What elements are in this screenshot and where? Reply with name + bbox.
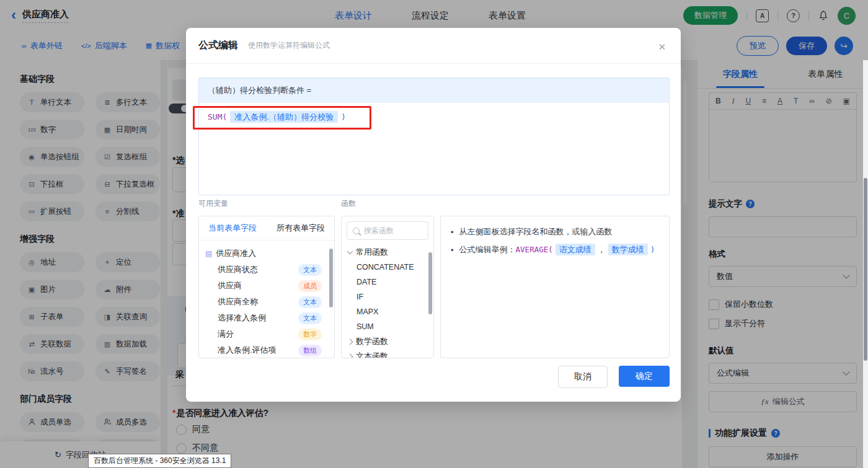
closing-paren: ) bbox=[341, 112, 346, 121]
group-label: 文本函数 bbox=[356, 351, 388, 358]
functions-section-label: 函数 bbox=[341, 198, 356, 209]
formula-target-line: （辅助）得分检验判断条件 = bbox=[199, 78, 669, 103]
hint-example: 公式编辑举例：AVERAGE(语文成绩，数学成绩) bbox=[459, 244, 655, 255]
modal-footer: 取消 确定 bbox=[558, 366, 670, 388]
function-group-common[interactable]: 常用函数 bbox=[342, 245, 433, 260]
type-badge: 文本 bbox=[298, 296, 322, 308]
hint-line-2: • 公式编辑举例：AVERAGE(语文成绩，数学成绩) bbox=[451, 244, 659, 255]
functions-scrollbar[interactable] bbox=[428, 252, 432, 314]
function-item-concatenate[interactable]: CONCATENATE bbox=[342, 260, 433, 275]
type-badge: 数组 bbox=[298, 345, 322, 356]
example-arg2: 数学成绩 bbox=[608, 244, 648, 255]
tree-root-node[interactable]: ▤ 供应商准入 bbox=[205, 245, 329, 262]
formula-editor-box: （辅助）得分检验判断条件 = SUM(准入条例.（辅助）得分校验) bbox=[198, 77, 670, 195]
hints-panel: • 从左侧面板选择字段名和函数，或输入函数 • 公式编辑举例：AVERAGE(语… bbox=[440, 216, 670, 358]
example-comma: ， bbox=[598, 245, 606, 254]
function-name: SUM( bbox=[208, 112, 227, 121]
function-item-date[interactable]: DATE bbox=[342, 275, 433, 289]
variable-row[interactable]: 准入条例.评估项数组 bbox=[205, 342, 329, 358]
search-icon bbox=[353, 227, 360, 234]
modal-subtitle: 使用数学运算符编辑公式 bbox=[248, 40, 330, 51]
example-function: AVERAGE( bbox=[516, 245, 553, 254]
type-badge: 文本 bbox=[298, 264, 322, 276]
document-icon: ▤ bbox=[205, 249, 212, 258]
chevron-right-icon bbox=[347, 353, 353, 358]
function-item-mapx[interactable]: MAPX bbox=[342, 304, 433, 319]
formula-expression[interactable]: SUM(准入条例.（辅助）得分校验) bbox=[199, 103, 669, 131]
variable-row[interactable]: 选择准入条例文本 bbox=[205, 310, 329, 326]
type-badge: 文本 bbox=[298, 312, 322, 324]
modal-header: 公式编辑 使用数学运算符编辑公式 ✕ bbox=[186, 28, 681, 64]
window-scrollbar[interactable] bbox=[863, 60, 868, 468]
function-group-math[interactable]: 数学函数 bbox=[342, 334, 433, 349]
variable-row[interactable]: 供应商全称文本 bbox=[205, 294, 329, 310]
section-labels: 可用变量 函数 bbox=[198, 198, 356, 209]
hint-line-1: • 从左侧面板选择字段名和函数，或输入函数 bbox=[451, 226, 659, 237]
field-token[interactable]: 准入条例.（辅助）得分校验 bbox=[230, 111, 338, 123]
variable-name: 满分 bbox=[218, 329, 234, 340]
example-arg1: 语文成绩 bbox=[556, 244, 595, 255]
variables-tree: ▤ 供应商准入 供应商状态文本 供应商成员 供应商全称文本 选择准入条例文本 满… bbox=[199, 241, 334, 358]
formula-edit-modal: 公式编辑 使用数学运算符编辑公式 ✕ （辅助）得分检验判断条件 = SUM(准入… bbox=[186, 28, 681, 402]
example-prefix: 公式编辑举例： bbox=[459, 245, 516, 254]
group-label: 常用函数 bbox=[356, 247, 388, 258]
variable-row[interactable]: 供应商状态文本 bbox=[205, 262, 329, 278]
modal-columns: 当前表单字段 所有表单字段 ▤ 供应商准入 供应商状态文本 供应商成员 供应商全… bbox=[198, 216, 670, 358]
tab-all-form-fields[interactable]: 所有表单字段 bbox=[277, 223, 325, 234]
tab-current-form-fields[interactable]: 当前表单字段 bbox=[208, 223, 257, 234]
type-badge: 数字 bbox=[298, 329, 322, 340]
cancel-button[interactable]: 取消 bbox=[558, 366, 608, 388]
variable-row[interactable]: 满分数字 bbox=[205, 326, 329, 342]
type-badge: 成员 bbox=[298, 280, 322, 292]
variables-panel: 当前表单字段 所有表单字段 ▤ 供应商准入 供应商状态文本 供应商成员 供应商全… bbox=[198, 216, 335, 358]
hint-text: 从左侧面板选择字段名和函数，或输入函数 bbox=[459, 226, 613, 237]
bullet-icon: • bbox=[451, 245, 454, 255]
variable-name: 供应商 bbox=[218, 280, 242, 291]
close-icon[interactable]: ✕ bbox=[658, 42, 666, 53]
variables-section-label: 可用变量 bbox=[198, 198, 341, 209]
search-placeholder: 搜索函数 bbox=[364, 226, 394, 236]
group-label: 数学函数 bbox=[356, 336, 388, 347]
variable-name: 选择准入条例 bbox=[218, 312, 266, 324]
function-group-text[interactable]: 文本函数 bbox=[342, 349, 433, 358]
chevron-down-icon bbox=[347, 249, 353, 255]
function-search-input[interactable]: 搜索函数 bbox=[347, 221, 428, 240]
variable-name: 供应商全称 bbox=[218, 296, 258, 307]
scrollbar-thumb[interactable] bbox=[864, 178, 867, 361]
variable-row[interactable]: 供应商成员 bbox=[205, 278, 329, 294]
confirm-button[interactable]: 确定 bbox=[619, 366, 670, 387]
example-close: ) bbox=[650, 245, 655, 254]
variables-scrollbar[interactable] bbox=[329, 249, 333, 307]
variables-tabs: 当前表单字段 所有表单字段 bbox=[199, 216, 334, 241]
functions-panel: 搜索函数 常用函数 CONCATENATE DATE IF MAPX SUM 数… bbox=[341, 216, 434, 358]
variable-name: 供应商状态 bbox=[218, 264, 258, 275]
function-item-if[interactable]: IF bbox=[342, 289, 433, 304]
chevron-right-icon bbox=[347, 338, 353, 345]
variable-name: 准入条例.评估项 bbox=[218, 345, 277, 356]
modal-title: 公式编辑 bbox=[198, 39, 238, 52]
bullet-icon: • bbox=[451, 227, 454, 237]
root-label: 供应商准入 bbox=[216, 248, 256, 259]
function-item-sum[interactable]: SUM bbox=[342, 319, 433, 334]
browser-tooltip: 百数后台管理系统 - 360安全浏览器 13.1 bbox=[88, 454, 231, 468]
